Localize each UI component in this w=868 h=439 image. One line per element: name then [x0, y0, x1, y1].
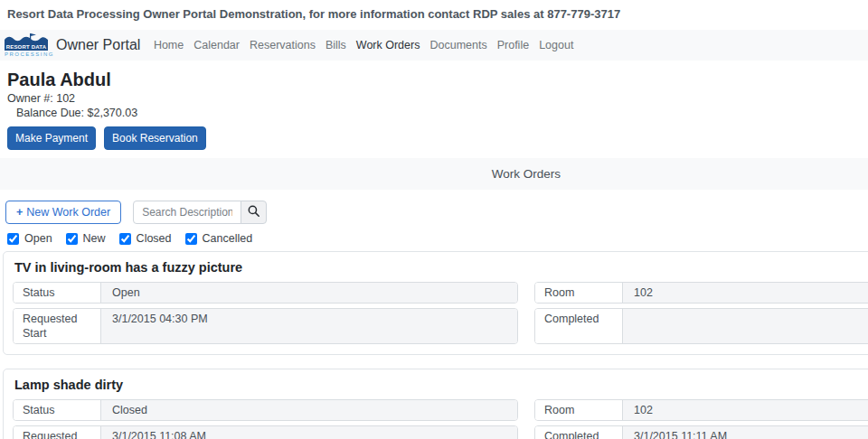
filter-closed-label: Closed: [137, 232, 172, 245]
search-button[interactable]: [241, 201, 267, 224]
nav-item-home[interactable]: Home: [148, 39, 188, 51]
field-room: Room 102: [534, 282, 868, 304]
owner-number: Owner #: 102: [7, 92, 868, 106]
demo-banner: Resort Data Processing Owner Portal Demo…: [0, 0, 868, 30]
wave-logo-icon: [5, 33, 48, 44]
new-work-order-label: New Work Order: [26, 206, 110, 219]
field-label: Completed: [535, 426, 623, 439]
filter-new[interactable]: New: [66, 232, 106, 245]
nav-item-reservations[interactable]: Reservations: [244, 39, 320, 51]
field-requested-start: Requested Start 3/1/2015 11:08 AM: [13, 425, 518, 439]
field-label: Room: [535, 400, 623, 420]
logo-text-line1: RESORT DATA: [5, 44, 48, 51]
status-filters: Open New Closed Cancelled: [7, 232, 868, 245]
work-order-controls: +New Work Order: [5, 201, 868, 224]
logo-text-line2: PROCESSING: [5, 51, 48, 57]
filter-cancelled-label: Cancelled: [203, 232, 253, 245]
owner-name: Paula Abdul: [7, 70, 868, 89]
field-label: Status: [14, 283, 101, 303]
navbar: RESORT DATA PROCESSING Owner Portal Home…: [0, 30, 868, 61]
filter-open-checkbox[interactable]: [7, 233, 19, 245]
nav-item-work-orders[interactable]: Work Orders: [351, 39, 425, 51]
balance-due: Balance Due: $2,370.03: [16, 107, 868, 120]
filter-closed[interactable]: Closed: [119, 232, 172, 245]
field-status: Status Open: [13, 282, 518, 304]
field-label: Requested Start: [14, 426, 101, 439]
filter-cancelled[interactable]: Cancelled: [185, 232, 253, 245]
search-group: [133, 201, 267, 224]
field-value: 3/1/2015 04:30 PM: [101, 309, 517, 343]
field-value: 3/1/2015 11:11 AM: [623, 426, 868, 439]
rdp-logo[interactable]: RESORT DATA PROCESSING: [5, 33, 48, 57]
work-orders-panel-header: Work Orders: [0, 158, 868, 190]
field-value: 102: [623, 400, 868, 420]
nav-item-bills[interactable]: Bills: [320, 39, 351, 51]
field-completed: Completed 3/1/2015 11:11 AM: [534, 425, 868, 439]
work-order-card: TV in living-room has a fuzzy picture St…: [3, 251, 868, 355]
field-label: Status: [14, 400, 101, 420]
field-value: 102: [623, 283, 868, 303]
book-reservation-button[interactable]: Book Reservation: [104, 126, 206, 150]
nav-item-calendar[interactable]: Calendar: [189, 39, 245, 51]
search-description-input[interactable]: [133, 201, 241, 224]
field-label: Completed: [535, 309, 623, 343]
filter-closed-checkbox[interactable]: [119, 233, 131, 245]
brand-owner-portal[interactable]: Owner Portal: [56, 37, 140, 53]
owner-section: Paula Abdul Owner #: 102 Balance Due: $2…: [0, 61, 868, 150]
field-label: Room: [535, 283, 623, 303]
field-status: Status Closed: [13, 399, 518, 421]
filter-open[interactable]: Open: [7, 232, 52, 245]
field-completed: Completed: [534, 308, 868, 344]
work-order-title: TV in living-room has a fuzzy picture: [14, 260, 868, 275]
filter-open-label: Open: [24, 232, 52, 245]
filter-new-label: New: [83, 232, 106, 245]
field-room: Room 102: [534, 399, 868, 421]
new-work-order-button[interactable]: +New Work Order: [5, 201, 121, 224]
plus-icon: +: [16, 206, 23, 219]
nav-item-profile[interactable]: Profile: [492, 39, 533, 51]
field-value: [623, 309, 868, 343]
field-label: Requested Start: [14, 309, 101, 343]
field-value: Open: [101, 283, 517, 303]
search-icon: [248, 205, 259, 220]
field-value: 3/1/2015 11:08 AM: [101, 426, 517, 439]
work-order-fields: Status Closed Requested Start 3/1/2015 1…: [13, 399, 868, 439]
work-orders-panel-body: +New Work Order Open: [0, 190, 868, 439]
field-requested-start: Requested Start 3/1/2015 04:30 PM: [13, 308, 518, 344]
panel-title: Work Orders: [492, 167, 561, 181]
nav-item-logout[interactable]: Logout: [534, 39, 579, 51]
work-order-title: Lamp shade dirty: [14, 378, 868, 392]
field-value: Closed: [101, 400, 517, 420]
page: Resort Data Processing Owner Portal Demo…: [0, 0, 868, 439]
work-order-card: Lamp shade dirty Status Closed Requested…: [3, 369, 868, 439]
nav-links: Home Calendar Reservations Bills Work Or…: [148, 39, 578, 51]
filter-cancelled-checkbox[interactable]: [185, 233, 197, 245]
filter-new-checkbox[interactable]: [66, 233, 78, 245]
owner-actions: Make Payment Book Reservation: [7, 126, 868, 150]
make-payment-button[interactable]: Make Payment: [7, 126, 96, 150]
nav-item-documents[interactable]: Documents: [425, 39, 492, 51]
work-order-fields: Status Open Requested Start 3/1/2015 04:…: [13, 282, 868, 344]
